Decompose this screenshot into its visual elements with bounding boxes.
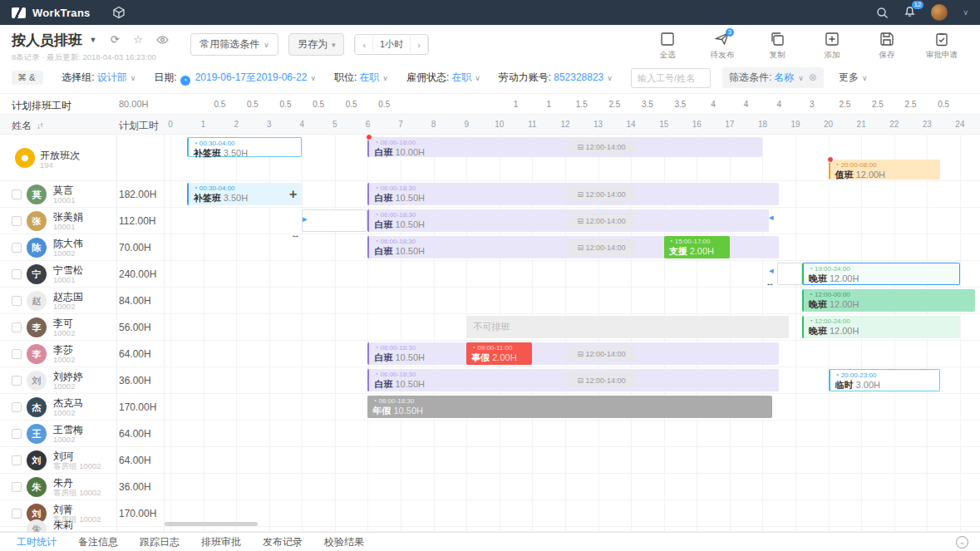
drag-handle-icon[interactable]: ◂: [769, 266, 774, 275]
planned-hours-value: 182.00H: [119, 189, 156, 200]
hour-tick: 14: [627, 120, 636, 129]
filter-item-0[interactable]: 选择组:设计部∨: [62, 71, 135, 86]
row-checkbox[interactable]: [12, 482, 22, 492]
shift-block[interactable]: ◔ 20:00-08:00值班12.00H: [829, 160, 941, 180]
star-icon[interactable]: ☆: [133, 33, 143, 46]
row-checkbox[interactable]: [12, 243, 22, 253]
action-add[interactable]: 添加: [814, 32, 850, 61]
filter-item-2[interactable]: 职位:在职∨: [334, 71, 388, 86]
row-checkbox[interactable]: [12, 402, 22, 412]
filter-item-1[interactable]: 日期:◔2019-06-17至2019-06-22∨: [154, 71, 316, 86]
save-as-button[interactable]: 另存为▾: [288, 33, 345, 56]
shift-title: 年假10.50H: [372, 406, 772, 416]
user-avatar[interactable]: [931, 4, 948, 21]
cube-icon[interactable]: [112, 6, 126, 19]
hour-total: 4: [776, 100, 781, 109]
filter-item-3[interactable]: 雇佣状态:在职∨: [406, 71, 480, 86]
shift-block[interactable]: [302, 209, 367, 232]
title-caret-icon[interactable]: ▼: [89, 36, 96, 44]
shift-block[interactable]: ◔ 12:00-24:00晚班12.00H: [802, 316, 960, 338]
row-checkbox[interactable]: [12, 455, 22, 465]
pager-next-button[interactable]: ›: [410, 37, 428, 53]
horizontal-scrollbar[interactable]: [165, 522, 258, 526]
action-copy[interactable]: 复制: [759, 32, 795, 61]
add-icon: [825, 32, 840, 47]
shift-block[interactable]: [777, 263, 802, 285]
close-icon[interactable]: ⊗: [809, 71, 817, 83]
break-chip: ⊟ 12:00-14:00: [567, 346, 636, 362]
pager-prev-button[interactable]: ‹: [355, 37, 373, 53]
shift-block[interactable]: ◔ 09:00-11:00事假2.00H: [466, 342, 532, 365]
hour-total: 2.5: [872, 100, 884, 109]
search-icon[interactable]: [876, 7, 889, 19]
hour-total: 4: [711, 100, 716, 109]
row-checkbox[interactable]: [12, 376, 22, 386]
shift-block[interactable]: ◔ 06:00-18:30白班10.50H⊟ 12:00-14:00: [367, 209, 769, 232]
shift-block[interactable]: ◔ 00:30-04:00补签班3.50H: [187, 137, 303, 157]
more-dropdown[interactable]: 更多∨: [839, 71, 868, 85]
tab-5[interactable]: 校验结果: [324, 535, 364, 549]
tab-0[interactable]: 工时统计: [17, 535, 57, 549]
row-checkbox[interactable]: [12, 216, 22, 226]
action-publish[interactable]: 3待发布: [704, 32, 741, 61]
employee-id: 10001: [53, 275, 75, 284]
tab-3[interactable]: 排班审批: [201, 535, 241, 549]
hour-total: 0.5: [247, 100, 259, 109]
add-shift-icon[interactable]: +: [289, 187, 297, 202]
schedule-row: 宁宁雪松10001240.00H◔ 19:00-24:00晚班12.00H: [0, 261, 980, 288]
action-save[interactable]: 保存: [869, 32, 905, 61]
shift-block[interactable]: ◔ 19:00-24:00晚班12.00H: [802, 263, 960, 285]
shift-block[interactable]: 不可排班: [466, 316, 789, 338]
filter-item-4[interactable]: 劳动力账号:852328823∨: [499, 71, 613, 86]
shift-block[interactable]: ◔ 15:00-17:00支援2.00H: [664, 236, 730, 258]
shift-hours: 3.50H: [224, 148, 248, 158]
name-column-header[interactable]: 姓名↓ᶠ: [12, 119, 42, 133]
schedule-row: 杰杰克马10002170.00H◔ 06:00-18:30年假10.50H: [0, 394, 980, 421]
row-checkbox[interactable]: [12, 322, 22, 332]
notifications-button[interactable]: 12: [904, 5, 916, 21]
row-checkbox[interactable]: [12, 509, 22, 519]
shift-block[interactable]: ◔ 06:00-18:30白班10.50H⊟ 12:00-14:00: [367, 369, 779, 391]
shortcut-icons[interactable]: ⌘&: [12, 71, 43, 85]
sort-icon[interactable]: ↓ᶠ: [37, 121, 42, 130]
row-checkbox[interactable]: [12, 296, 22, 306]
common-filter-button[interactable]: 常用筛选条件∨: [190, 33, 278, 56]
hour-tick: 9: [464, 120, 469, 129]
collapse-panel-icon[interactable]: ⌄: [956, 536, 968, 549]
shift-block[interactable]: ◔ 06:00-18:30白班10.50H⊟ 12:00-14:00: [367, 183, 779, 205]
avatar: 朱: [27, 477, 47, 497]
tab-4[interactable]: 发布记录: [263, 535, 303, 549]
hour-tick: 3: [267, 120, 272, 129]
shift-block[interactable]: ◔ 06:00-18:30白班10.50H⊟ 12:00-14:00: [367, 342, 779, 365]
search-input[interactable]: [631, 68, 711, 88]
shift-block[interactable]: ◔ 00:30-04:00补签班3.50H+: [187, 183, 303, 205]
shift-title: 晚班12.00H: [809, 273, 959, 284]
eye-icon[interactable]: [156, 33, 169, 46]
drag-handle-icon[interactable]: ◂: [769, 213, 774, 222]
tab-2[interactable]: 跟踪日志: [140, 535, 180, 549]
copy-icon: [770, 32, 785, 47]
filter-value: 852328823: [554, 71, 603, 83]
action-approval[interactable]: 审批申请: [923, 32, 960, 61]
shift-time-caption: ◔ 19:00-24:00: [809, 265, 959, 273]
shift-block[interactable]: ◔ 12:00-00:00晚班12.00H: [802, 289, 975, 312]
filter-condition-chip[interactable]: 筛选条件:名称∨⊗: [722, 67, 824, 88]
row-checkbox[interactable]: [12, 189, 22, 199]
shift-block[interactable]: ◔ 06:00-18:00白班10.00H⊟ 12:00-14:00: [367, 137, 762, 157]
hour-total: 1: [546, 100, 551, 109]
hour-tick: 19: [790, 120, 800, 129]
resize-cursor-icon[interactable]: ↔: [291, 230, 300, 239]
row-checkbox[interactable]: [12, 429, 22, 439]
planned-hours-value: 240.00H: [119, 268, 156, 280]
worktrans-logo-icon: [12, 7, 26, 18]
drag-handle-icon[interactable]: ▸: [303, 214, 308, 224]
row-checkbox[interactable]: [12, 269, 22, 279]
tab-1[interactable]: 备注信息: [78, 535, 118, 549]
refresh-icon[interactable]: ⟳: [111, 33, 120, 46]
row-checkbox[interactable]: [12, 349, 22, 359]
shift-block[interactable]: ◔ 06:00-18:30年假10.50H: [367, 396, 772, 418]
action-select-all[interactable]: 全选: [649, 32, 686, 61]
shift-block[interactable]: ◔ 20:00-23:00临时3.00H: [829, 369, 941, 391]
resize-cursor-icon[interactable]: ↔: [766, 278, 775, 288]
chevron-down-icon[interactable]: ∨: [963, 8, 968, 17]
